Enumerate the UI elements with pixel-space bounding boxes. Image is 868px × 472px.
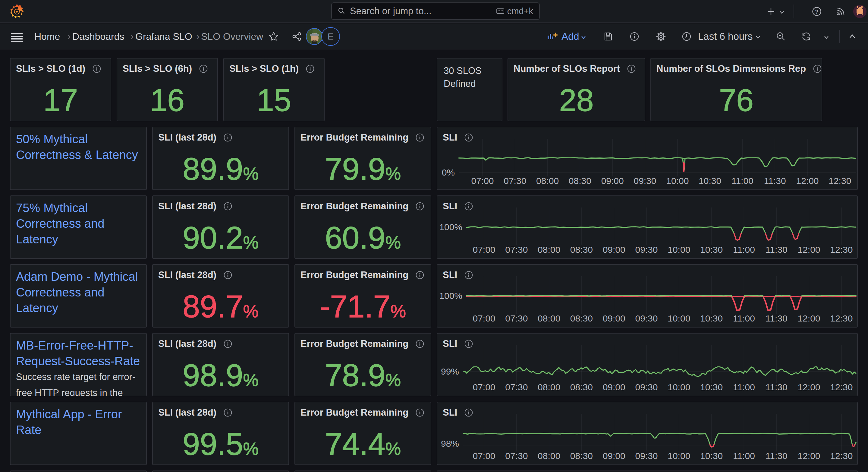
svg-text:09:00: 09:00 xyxy=(601,176,624,186)
svg-text:99%: 99% xyxy=(441,366,459,376)
svg-text:09:30: 09:30 xyxy=(635,313,658,323)
svg-text:100%: 100% xyxy=(439,222,462,232)
svg-text:10:30: 10:30 xyxy=(700,382,723,392)
svg-text:11:30: 11:30 xyxy=(764,176,786,186)
svg-text:07:00: 07:00 xyxy=(472,313,495,323)
svg-text:12:30: 12:30 xyxy=(830,244,852,255)
svg-text:11:00: 11:00 xyxy=(733,382,755,392)
svg-text:07:00: 07:00 xyxy=(471,176,494,186)
svg-text:12:00: 12:00 xyxy=(796,176,818,186)
svg-text:12:00: 12:00 xyxy=(798,382,820,392)
svg-text:09:30: 09:30 xyxy=(635,382,658,392)
svg-text:10:00: 10:00 xyxy=(668,313,690,323)
svg-text:07:00: 07:00 xyxy=(472,382,495,392)
svg-text:08:00: 08:00 xyxy=(538,451,560,461)
svg-text:08:30: 08:30 xyxy=(570,313,593,323)
svg-text:09:00: 09:00 xyxy=(603,382,625,392)
svg-text:11:30: 11:30 xyxy=(766,451,787,461)
svg-text:10:00: 10:00 xyxy=(666,176,689,186)
svg-text:10:30: 10:30 xyxy=(699,176,721,186)
svg-text:10:00: 10:00 xyxy=(668,382,690,392)
svg-text:09:30: 09:30 xyxy=(633,176,656,186)
svg-text:07:30: 07:30 xyxy=(505,451,528,461)
svg-text:07:30: 07:30 xyxy=(505,382,528,392)
svg-text:12:30: 12:30 xyxy=(830,313,852,323)
svg-text:07:30: 07:30 xyxy=(505,313,528,323)
svg-text:12:00: 12:00 xyxy=(798,313,820,323)
svg-text:11:30: 11:30 xyxy=(766,313,787,323)
svg-text:08:30: 08:30 xyxy=(569,176,591,186)
svg-text:11:30: 11:30 xyxy=(766,382,787,392)
svg-text:08:00: 08:00 xyxy=(538,313,560,323)
svg-text:0%: 0% xyxy=(442,167,455,177)
svg-text:07:30: 07:30 xyxy=(504,176,526,186)
svg-text:10:30: 10:30 xyxy=(700,451,723,461)
svg-text:07:00: 07:00 xyxy=(472,244,495,255)
svg-text:98%: 98% xyxy=(441,439,459,448)
svg-text:08:30: 08:30 xyxy=(570,382,593,392)
svg-text:08:00: 08:00 xyxy=(538,244,560,255)
svg-text:09:00: 09:00 xyxy=(603,244,625,255)
svg-text:12:30: 12:30 xyxy=(830,382,852,392)
svg-text:09:30: 09:30 xyxy=(635,451,658,461)
svg-text:12:00: 12:00 xyxy=(798,451,820,461)
svg-text:?: ? xyxy=(815,9,818,15)
svg-text:11:00: 11:00 xyxy=(732,176,753,186)
svg-text:10:30: 10:30 xyxy=(700,244,723,255)
svg-text:11:30: 11:30 xyxy=(766,244,787,255)
svg-text:08:00: 08:00 xyxy=(538,382,560,392)
svg-text:100%: 100% xyxy=(439,291,462,301)
svg-text:08:30: 08:30 xyxy=(570,451,593,461)
svg-text:07:00: 07:00 xyxy=(472,451,495,461)
svg-text:09:00: 09:00 xyxy=(603,451,625,461)
svg-text:12:30: 12:30 xyxy=(830,451,852,461)
svg-text:11:00: 11:00 xyxy=(733,451,755,461)
svg-text:12:30: 12:30 xyxy=(829,176,851,186)
svg-text:11:00: 11:00 xyxy=(733,244,755,255)
svg-text:09:00: 09:00 xyxy=(603,313,625,323)
svg-text:09:30: 09:30 xyxy=(635,244,658,255)
svg-text:12:00: 12:00 xyxy=(798,244,820,255)
svg-text:10:30: 10:30 xyxy=(700,313,723,323)
svg-text:11:00: 11:00 xyxy=(733,313,755,323)
svg-text:07:30: 07:30 xyxy=(505,244,528,255)
svg-text:10:00: 10:00 xyxy=(668,451,690,461)
svg-text:08:00: 08:00 xyxy=(536,176,559,186)
svg-text:10:00: 10:00 xyxy=(668,244,690,255)
svg-text:08:30: 08:30 xyxy=(570,244,593,255)
